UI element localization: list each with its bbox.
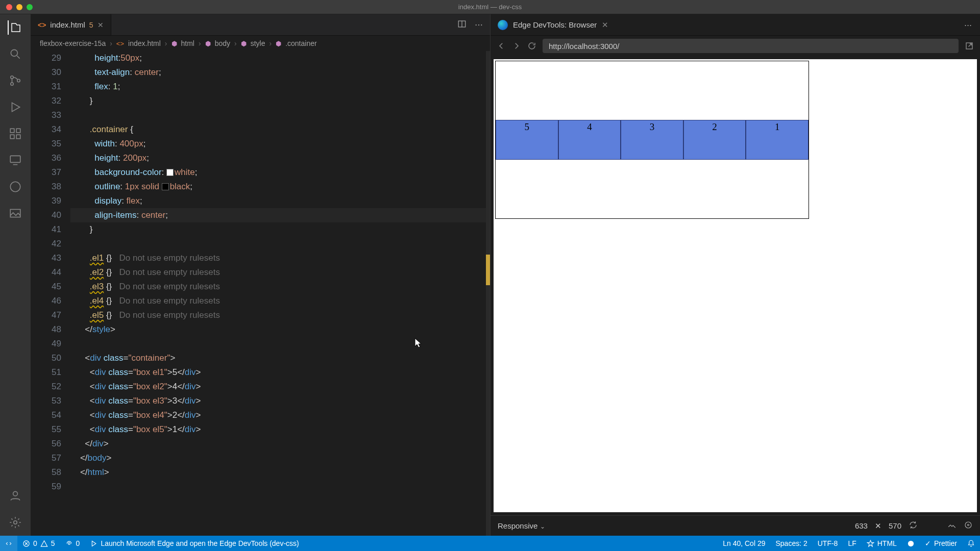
svg-point-0 bbox=[11, 49, 17, 56]
code-editor[interactable]: 2930313233343536373839404142434445464748… bbox=[31, 51, 490, 536]
screenshot-icon[interactable] bbox=[947, 520, 957, 531]
devtools-tab[interactable]: Edge DevTools: Browser ✕ ⋯ bbox=[491, 14, 980, 36]
language-mode[interactable]: HTML bbox=[862, 536, 902, 551]
preview-box: 1 bbox=[746, 120, 808, 160]
breadcrumb-body[interactable]: body bbox=[215, 39, 230, 47]
edge-icon bbox=[498, 20, 508, 30]
viewport-width[interactable]: 633 bbox=[855, 521, 868, 530]
svg-point-18 bbox=[68, 542, 70, 544]
svg-rect-5 bbox=[16, 129, 20, 133]
preview-box: 2 bbox=[683, 120, 746, 160]
tab-problems-count: 5 bbox=[89, 21, 93, 29]
svg-point-1 bbox=[11, 76, 13, 79]
devtools-nav: http://localhost:3000/ bbox=[491, 36, 980, 56]
image-icon[interactable] bbox=[8, 206, 22, 220]
breadcrumb-folder[interactable]: flexbox-exercise-15a bbox=[40, 39, 106, 47]
preview-box: 5 bbox=[496, 120, 558, 160]
close-window-icon[interactable] bbox=[6, 4, 12, 10]
live-preview-indicator[interactable] bbox=[902, 536, 920, 551]
edge-tools-icon[interactable] bbox=[8, 180, 22, 194]
svg-point-12 bbox=[14, 521, 17, 524]
svg-point-2 bbox=[11, 83, 13, 85]
tab-filename: index.html bbox=[50, 20, 85, 29]
ports-indicator[interactable]: 0 bbox=[60, 536, 85, 551]
breadcrumb[interactable]: flexbox-exercise-15a› <> index.html› ⬢ h… bbox=[31, 36, 490, 51]
problems-indicator[interactable]: 0 5 bbox=[17, 536, 60, 551]
inspect-icon[interactable] bbox=[964, 520, 973, 531]
status-bar: 0 5 0 Launch Microsoft Edge and open the… bbox=[0, 536, 980, 551]
preview-box: 3 bbox=[621, 120, 683, 160]
gear-icon[interactable] bbox=[8, 515, 22, 530]
symbol-icon: ⬢ bbox=[276, 40, 281, 47]
window-title: index.html — dev-css bbox=[458, 3, 522, 11]
minimap[interactable] bbox=[486, 51, 490, 536]
url-input[interactable]: http://localhost:3000/ bbox=[543, 39, 959, 53]
source-control-icon[interactable] bbox=[8, 73, 22, 88]
cursor-position[interactable]: Ln 40, Col 29 bbox=[718, 536, 770, 551]
svg-rect-4 bbox=[10, 129, 14, 133]
symbol-icon: ⬢ bbox=[241, 40, 247, 47]
indent-indicator[interactable]: Spaces: 2 bbox=[770, 536, 812, 551]
more-actions-icon[interactable]: ⋯ bbox=[964, 20, 973, 30]
back-icon[interactable] bbox=[497, 41, 506, 51]
preview-box: 4 bbox=[558, 120, 621, 160]
maximize-window-icon[interactable] bbox=[27, 4, 33, 10]
editor-group: <> index.html 5 ✕ ⋯ flexbox-exercise-15a… bbox=[31, 14, 490, 536]
editor-tabs: <> index.html 5 ✕ ⋯ bbox=[31, 14, 490, 36]
devtools-footer: Responsive ⌄ 633 ✕ 570 bbox=[491, 515, 980, 536]
encoding-indicator[interactable]: UTF-8 bbox=[813, 536, 843, 551]
remote-explorer-icon[interactable] bbox=[8, 153, 22, 167]
svg-rect-10 bbox=[10, 209, 20, 217]
titlebar: index.html — dev-css bbox=[0, 0, 980, 14]
symbol-icon: ⬢ bbox=[172, 40, 177, 47]
forward-icon[interactable] bbox=[512, 41, 521, 51]
more-actions-icon[interactable]: ⋯ bbox=[475, 20, 483, 30]
explorer-icon[interactable] bbox=[8, 20, 22, 35]
search-icon[interactable] bbox=[8, 47, 22, 61]
svg-point-11 bbox=[13, 491, 18, 496]
launch-edge-button[interactable]: Launch Microsoft Edge and open the Edge … bbox=[85, 536, 304, 551]
viewport-times: ✕ bbox=[875, 521, 881, 531]
notifications-icon[interactable] bbox=[962, 536, 980, 551]
accounts-icon[interactable] bbox=[8, 489, 22, 503]
svg-point-9 bbox=[10, 182, 20, 192]
svg-rect-6 bbox=[10, 135, 14, 139]
viewport-height[interactable]: 570 bbox=[889, 521, 901, 530]
rotate-icon[interactable] bbox=[909, 520, 918, 531]
prettier-indicator[interactable]: ✓ Prettier bbox=[920, 536, 962, 551]
html-file-icon: <> bbox=[116, 40, 124, 47]
close-tab-icon[interactable]: ✕ bbox=[97, 21, 104, 29]
devtools-title: Edge DevTools: Browser bbox=[513, 20, 597, 29]
breadcrumb-selector[interactable]: .container bbox=[285, 39, 316, 47]
devtools-panel: Edge DevTools: Browser ✕ ⋯ http://localh… bbox=[490, 14, 980, 536]
symbol-icon: ⬢ bbox=[205, 40, 211, 47]
breadcrumb-style[interactable]: style bbox=[251, 39, 265, 47]
html-file-icon: <> bbox=[38, 21, 46, 29]
activity-bar bbox=[0, 14, 31, 536]
svg-rect-7 bbox=[16, 135, 20, 139]
minimize-window-icon[interactable] bbox=[16, 4, 22, 10]
window-controls bbox=[6, 4, 33, 10]
responsive-dropdown[interactable]: Responsive ⌄ bbox=[498, 521, 545, 530]
svg-point-16 bbox=[968, 524, 969, 526]
run-debug-icon[interactable] bbox=[8, 100, 22, 114]
svg-point-3 bbox=[17, 79, 20, 82]
split-editor-icon[interactable] bbox=[457, 19, 467, 31]
preview-container: 5 4 3 2 1 bbox=[496, 61, 808, 218]
eol-indicator[interactable]: LF bbox=[843, 536, 861, 551]
breadcrumb-file[interactable]: index.html bbox=[128, 39, 161, 47]
extensions-icon[interactable] bbox=[8, 127, 22, 141]
breadcrumb-html[interactable]: html bbox=[181, 39, 194, 47]
open-external-icon[interactable] bbox=[965, 41, 974, 51]
close-devtools-icon[interactable]: ✕ bbox=[602, 20, 608, 30]
svg-point-19 bbox=[908, 540, 914, 546]
svg-rect-8 bbox=[10, 156, 20, 162]
tab-index-html[interactable]: <> index.html 5 ✕ bbox=[31, 14, 111, 35]
reload-icon[interactable] bbox=[527, 41, 536, 51]
svg-point-15 bbox=[965, 522, 971, 528]
remote-indicator[interactable] bbox=[0, 536, 17, 551]
mouse-cursor-icon bbox=[414, 338, 422, 348]
preview-viewport[interactable]: 5 4 3 2 1 bbox=[494, 59, 977, 512]
